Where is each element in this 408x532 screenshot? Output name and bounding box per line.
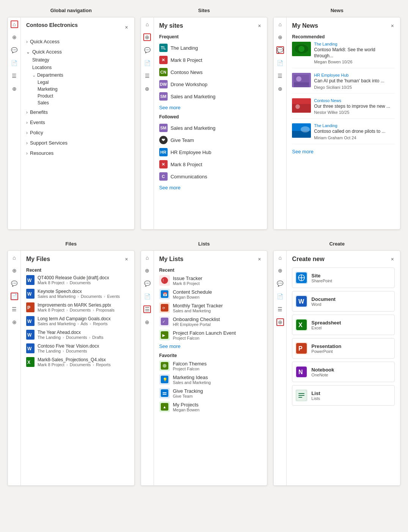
sites-frequent-see-more[interactable]: See more xyxy=(159,105,262,110)
files-nav-list[interactable]: ☰ xyxy=(11,305,18,313)
list-item-give-tracking[interactable]: Give Tracking Give Team xyxy=(159,388,262,398)
nav-support-services[interactable]: Support Services xyxy=(26,139,129,147)
create-nav-globe[interactable]: ⊕ xyxy=(276,267,284,274)
lists-see-more[interactable]: See more xyxy=(159,343,262,349)
nav-icon-list[interactable]: ☰ xyxy=(11,72,18,80)
news-title-1: Can AI put the 'human' back into ... xyxy=(314,78,395,84)
news-nav-globe[interactable]: ⊕ xyxy=(276,33,284,41)
create-nav-list[interactable]: ☰ xyxy=(276,305,284,313)
create-item-notebook[interactable]: N Notebook OneNote xyxy=(292,362,395,382)
nav-icon-home[interactable]: ⌂ xyxy=(11,20,18,28)
news-nav-home[interactable]: ⌂ xyxy=(276,20,284,28)
news-item-0[interactable]: The Landing Contoso Mark8: See the world… xyxy=(292,42,395,68)
nav-departments[interactable]: Departments xyxy=(32,71,129,79)
nav-icon-plus[interactable]: ⊕ xyxy=(11,85,18,93)
news-nav-list[interactable]: ☰ xyxy=(276,72,284,80)
nav-policy[interactable]: Policy xyxy=(26,128,129,137)
list-item-my-projects[interactable]: ▲ My Projects Megan Bowen xyxy=(159,401,262,412)
list-item-falcon-launch[interactable]: ▶ Project Falcon Launch Event Project Fa… xyxy=(159,330,262,340)
site-item-landing[interactable]: TL The Landing xyxy=(159,42,262,54)
list-item-onboarding[interactable]: ✓ Onboarding Checklist HR Employee Porta… xyxy=(159,316,262,327)
news-see-more[interactable]: See more xyxy=(292,149,395,154)
site-followed-comms[interactable]: C Communications xyxy=(159,170,262,183)
file-item-5[interactable]: W Contoso Five Year Vision.docx The Land… xyxy=(26,343,129,353)
nav-resources[interactable]: Resources xyxy=(26,149,129,157)
file-item-6[interactable]: X Mark8-Sales_Projections_Q4.xlsx Mark 8… xyxy=(26,357,129,367)
files-nav-plus[interactable]: ⊕ xyxy=(11,318,18,326)
global-nav-close[interactable]: × xyxy=(124,24,129,31)
section-label-news: News xyxy=(273,8,400,13)
lists-nav-home[interactable]: ⌂ xyxy=(143,254,151,261)
lists-nav-list[interactable]: ☰ xyxy=(143,305,151,313)
file-item-3[interactable]: W Long term Ad Campaign Goals.docx Sales… xyxy=(26,316,129,326)
site-item-sales-marketing[interactable]: SM Sales and Marketing xyxy=(159,90,262,102)
lists-nav-plus[interactable]: ⊕ xyxy=(143,318,151,326)
create-item-document[interactable]: W Document Word xyxy=(292,291,395,312)
nav-icon-file[interactable]: 📄 xyxy=(11,59,18,67)
sites-nav-home[interactable]: ⌂ xyxy=(143,20,151,28)
list-item-issue-tracker[interactable]: ! Issue Tracker Mark 8 Project xyxy=(159,275,262,286)
news-nav-file[interactable]: 📄 xyxy=(276,59,284,67)
site-followed-mark8[interactable]: ✕ Mark 8 Project xyxy=(159,158,262,170)
nav-icon-chat[interactable]: 💬 xyxy=(11,46,18,54)
lists-nav-file[interactable]: 📄 xyxy=(143,293,151,300)
sites-close[interactable]: × xyxy=(257,22,262,30)
nav-sales[interactable]: Sales xyxy=(38,99,129,106)
nav-legal[interactable]: Legal xyxy=(38,79,129,86)
site-item-mark8[interactable]: ✕ Mark 8 Project xyxy=(159,54,262,66)
list-item-content-schedule[interactable]: 📅 Content Schedule Megan Bowen xyxy=(159,289,262,299)
nav-product[interactable]: Product xyxy=(38,93,129,99)
nav-tree-group-support: Support Services xyxy=(26,139,129,147)
sites-nav-plus[interactable]: ⊕ xyxy=(143,85,151,93)
svg-text:💡: 💡 xyxy=(163,377,168,382)
site-item-contoso-news[interactable]: CN Contoso News xyxy=(159,66,262,78)
nav-quick-access-collapsed[interactable]: Quick Access xyxy=(26,37,129,46)
nav-locations[interactable]: Locations xyxy=(32,64,129,71)
sites-nav-chat[interactable]: 💬 xyxy=(143,46,151,54)
file-item-0[interactable]: W QT4000 Release Guide [draft].docx Mark… xyxy=(26,275,129,285)
file-item-1[interactable]: W Keynote Speech.docx Sales and Marketin… xyxy=(26,289,129,299)
nav-icon-globe[interactable]: ⊕ xyxy=(11,33,18,41)
lists-nav-chat[interactable]: 💬 xyxy=(143,280,151,287)
create-nav-file[interactable]: 📄 xyxy=(276,293,284,300)
create-close[interactable]: × xyxy=(390,255,395,263)
site-followed-give[interactable]: ❤ Give Team xyxy=(159,134,262,146)
nav-strategy[interactable]: Strategy xyxy=(32,56,129,64)
create-nav-chat[interactable]: 💬 xyxy=(276,280,284,287)
create-item-presentation[interactable]: P Presentation PowerPoint xyxy=(292,338,395,359)
site-followed-sales[interactable]: SM Sales and Marketing xyxy=(159,122,262,134)
news-item-3[interactable]: The Landing Contoso called on drone pilo… xyxy=(292,123,395,144)
news-close[interactable]: × xyxy=(390,22,395,30)
files-nav-home[interactable]: ⌂ xyxy=(11,254,18,261)
create-nav-home[interactable]: ⌂ xyxy=(276,254,284,261)
news-item-1[interactable]: HR Employee Hub Can AI put the 'human' b… xyxy=(292,73,395,94)
lists-close[interactable]: × xyxy=(257,255,262,263)
create-item-site[interactable]: Site SharePoint xyxy=(292,268,395,288)
lists-nav-globe[interactable]: ⊕ xyxy=(143,267,151,274)
sites-nav-list[interactable]: ☰ xyxy=(143,72,151,80)
files-close[interactable]: × xyxy=(124,255,129,263)
list-item-monthly-target[interactable]: ⟳ Monthly Target Tracker Sales and Marke… xyxy=(159,302,262,313)
nav-quick-access-expanded[interactable]: Quick Access xyxy=(26,47,129,56)
list-item-falcon-themes[interactable]: Falcon Themes Project Falcon xyxy=(159,360,262,371)
create-item-spreadsheet[interactable]: X Spreadsheet Excel xyxy=(292,315,395,335)
create-nav-plus[interactable]: ⊕ xyxy=(276,318,284,326)
files-nav-globe[interactable]: ⊕ xyxy=(11,267,18,274)
nav-marketing[interactable]: Marketing xyxy=(38,86,129,93)
sites-nav-globe[interactable]: ⊕ xyxy=(143,33,151,41)
site-item-drone[interactable]: DW Drone Workshop xyxy=(159,78,262,90)
news-nav-chat[interactable]: 💬 xyxy=(276,46,284,54)
create-item-list[interactable]: List Lists xyxy=(292,385,395,406)
file-item-4[interactable]: W The Year Ahead.docx The Landing › Docu… xyxy=(26,330,129,340)
files-nav-chat[interactable]: 💬 xyxy=(11,280,18,287)
nav-events[interactable]: Events xyxy=(26,118,129,127)
news-nav-plus[interactable]: ⊕ xyxy=(276,85,284,93)
files-nav-file[interactable]: 📄 xyxy=(11,293,18,300)
site-followed-hr[interactable]: HR HR Employee Hub xyxy=(159,146,262,158)
nav-benefits[interactable]: Benefits xyxy=(26,108,129,116)
list-item-marketing-ideas[interactable]: 💡 Marketing Ideas Sales and Marketing xyxy=(159,374,262,385)
sites-followed-see-more[interactable]: See more xyxy=(159,185,262,190)
file-item-2[interactable]: P Improvements on MARK Series.pptx Mark … xyxy=(26,302,129,312)
news-item-2[interactable]: Contoso News Our three steps to improve … xyxy=(292,98,395,119)
sites-nav-file[interactable]: 📄 xyxy=(143,59,151,67)
